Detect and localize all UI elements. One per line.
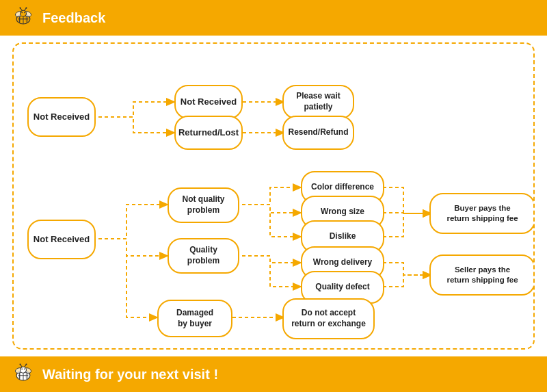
box-returned-lost: Returned/Lost xyxy=(174,116,243,150)
box-do-not-accept: Do not accept return or exchange xyxy=(282,298,375,339)
svg-point-12 xyxy=(24,12,25,13)
box-quality-problem: Quality problem xyxy=(168,238,239,274)
box-seller-pays: Seller pays the return shipping fee xyxy=(429,254,535,296)
box-resend-refund: Resend/Refund xyxy=(282,116,354,150)
box-damaged-by-buyer: Damaged by buyer xyxy=(157,300,232,337)
footer-title: Waiting for your next visit ! xyxy=(42,367,218,382)
diagram-container: Not Received Not Received Returned/Lost … xyxy=(12,42,535,350)
footer: Waiting for your next visit ! xyxy=(0,356,547,392)
svg-point-29 xyxy=(21,368,23,369)
svg-point-30 xyxy=(24,368,25,369)
svg-point-11 xyxy=(21,12,23,13)
svg-point-14 xyxy=(19,8,21,9)
bee-icon-footer xyxy=(11,362,36,387)
box-not-received-1: Not Received xyxy=(27,97,96,137)
box-not-received-2: Not Received xyxy=(27,220,96,259)
bee-icon-header xyxy=(11,5,36,30)
svg-point-28 xyxy=(21,367,27,373)
header-title: Feedback xyxy=(42,10,105,26)
header: Feedback xyxy=(0,0,547,36)
box-not-quality: Not quality problem xyxy=(168,187,239,223)
box-not-received-branch: Not Received xyxy=(174,85,243,119)
svg-point-34 xyxy=(25,364,27,365)
svg-point-32 xyxy=(19,364,21,365)
box-buyer-pays: Buyer pays the return shipping fee xyxy=(429,193,535,234)
svg-point-10 xyxy=(21,10,27,16)
svg-point-16 xyxy=(25,8,27,9)
box-please-wait: Please wait patietly xyxy=(282,85,354,119)
